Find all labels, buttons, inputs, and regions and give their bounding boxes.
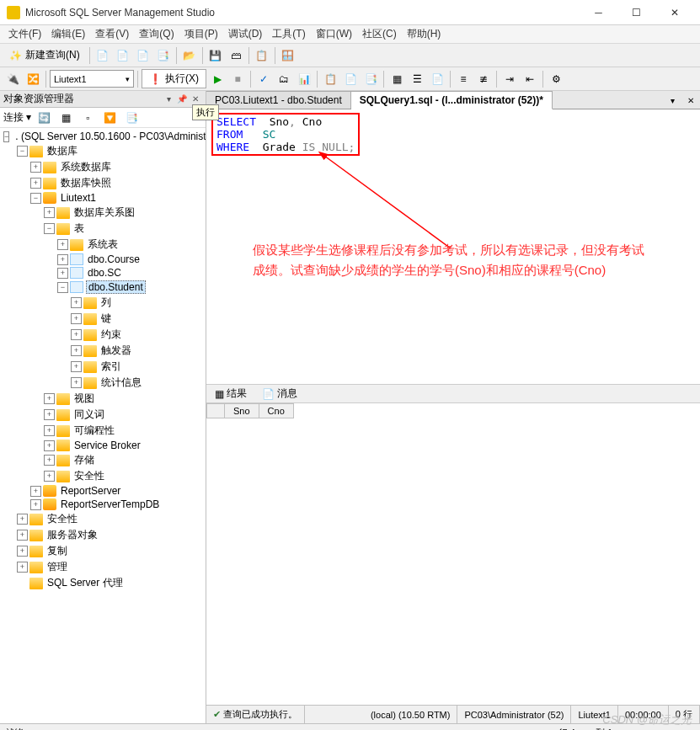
close-button[interactable]: ✕: [655, 1, 693, 24]
menu-community[interactable]: 社区(C): [357, 25, 402, 43]
expand-icon[interactable]: +: [71, 313, 82, 324]
db-snapshot-node[interactable]: 数据库快照: [59, 176, 113, 190]
constraints-node[interactable]: 约束: [99, 328, 123, 342]
tb-sql-2[interactable]: 📊: [295, 70, 313, 88]
tb-btn-10[interactable]: 🪟: [279, 46, 297, 65]
col-header-cno[interactable]: Cno: [259, 404, 293, 418]
triggers-node[interactable]: 触发器: [99, 344, 133, 358]
security-node[interactable]: 安全性: [72, 469, 106, 483]
tb-btn-1[interactable]: 📄: [94, 46, 112, 65]
tb-btn-9[interactable]: 📋: [253, 46, 271, 65]
menu-project[interactable]: 项目(P): [179, 25, 223, 43]
expand-icon[interactable]: +: [17, 546, 28, 557]
indent-button[interactable]: ⇥: [500, 70, 519, 88]
messages-tab[interactable]: 📄消息: [257, 385, 302, 402]
sql-editor[interactable]: SELECT Sno, Cno FROM SC WHERE Grade IS N…: [206, 109, 700, 385]
expand-icon[interactable]: +: [57, 254, 68, 265]
tab-student[interactable]: PC03.Liutext1 - dbo.Student: [206, 91, 351, 109]
columns-node[interactable]: 列: [99, 296, 113, 310]
management-node[interactable]: 管理: [45, 560, 69, 574]
expand-icon[interactable]: +: [71, 329, 82, 340]
tab-close-icon[interactable]: ✕: [681, 91, 700, 109]
expand-icon[interactable]: +: [71, 361, 82, 372]
synonyms-node[interactable]: 同义词: [72, 408, 106, 422]
tb-sql-3[interactable]: 📋: [321, 70, 339, 88]
expand-icon[interactable]: +: [44, 409, 55, 420]
expand-icon[interactable]: +: [71, 297, 82, 308]
top-security-node[interactable]: 安全性: [45, 512, 79, 526]
menu-view[interactable]: 查看(V): [90, 25, 134, 43]
expand-icon[interactable]: +: [30, 178, 41, 189]
results-text-button[interactable]: ☰: [408, 70, 426, 88]
tables-node[interactable]: 表: [72, 221, 86, 236]
tb-sql-4[interactable]: 📄: [341, 70, 360, 88]
expand-icon[interactable]: +: [44, 440, 55, 451]
programmability-node[interactable]: 可编程性: [72, 424, 116, 438]
expand-icon[interactable]: +: [44, 207, 55, 218]
expand-icon[interactable]: +: [57, 239, 68, 250]
server-node[interactable]: . (SQL Server 10.50.1600 - PC03\Administ…: [13, 131, 206, 142]
report-server-temp-node[interactable]: ReportServerTempDB: [59, 498, 161, 510]
menu-query[interactable]: 查询(Q): [134, 25, 179, 43]
expand-icon[interactable]: +: [57, 268, 68, 279]
tb-btn-3[interactable]: 📄: [134, 46, 152, 65]
comment-button[interactable]: ≡: [454, 70, 473, 88]
maximize-button[interactable]: ☐: [617, 1, 655, 24]
filter2-icon[interactable]: 🔽: [100, 109, 119, 127]
col-header-sno[interactable]: Sno: [225, 404, 259, 418]
stop-conn-icon[interactable]: ▫: [78, 109, 97, 127]
prop-icon[interactable]: 📑: [122, 109, 141, 127]
diagrams-node[interactable]: 数据库关系图: [72, 205, 136, 220]
outdent-button[interactable]: ⇤: [521, 70, 539, 88]
expand-icon[interactable]: +: [30, 499, 41, 510]
views-node[interactable]: 视图: [72, 392, 96, 406]
collapse-icon[interactable]: −: [30, 193, 41, 204]
expand-icon[interactable]: +: [44, 471, 55, 482]
menu-window[interactable]: 窗口(W): [311, 25, 357, 43]
tb-btn-4[interactable]: 📑: [154, 46, 173, 65]
database-combo[interactable]: Liutext1 ▾: [50, 70, 134, 88]
filter-icon[interactable]: ▦: [56, 109, 75, 127]
expand-icon[interactable]: +: [44, 455, 55, 466]
results-tab[interactable]: ▦结果: [210, 385, 252, 402]
new-query-button[interactable]: ✨ 新建查询(N): [3, 45, 86, 65]
pin-icon[interactable]: 📌: [175, 93, 189, 106]
databases-node[interactable]: 数据库: [45, 144, 79, 158]
report-server-node[interactable]: ReportServer: [59, 485, 122, 497]
expand-icon[interactable]: +: [17, 530, 28, 541]
minimize-button[interactable]: ─: [580, 1, 617, 24]
menu-debug[interactable]: 调试(D): [223, 25, 268, 43]
system-tables-node[interactable]: 系统表: [86, 237, 120, 252]
save-button[interactable]: 💾: [206, 46, 225, 65]
tab-sqlquery[interactable]: SQLQuery1.sql - (l...dministrator (52))*: [351, 91, 553, 109]
table-student-node[interactable]: dbo.Student: [86, 280, 146, 294]
expand-icon[interactable]: +: [17, 514, 28, 525]
uncomment-button[interactable]: ≢: [474, 70, 493, 88]
expand-icon[interactable]: +: [71, 377, 82, 388]
debug-button[interactable]: ▶: [208, 70, 227, 88]
refresh-icon[interactable]: 🔄: [35, 109, 53, 127]
tab-dropdown-icon[interactable]: ▾: [663, 91, 681, 109]
save-all-button[interactable]: 🗃: [227, 46, 245, 65]
service-broker-node[interactable]: Service Broker: [72, 440, 142, 451]
results-grid[interactable]: Sno Cno: [206, 403, 700, 705]
dropdown-icon[interactable]: ▾: [162, 93, 175, 106]
replication-node[interactable]: 复制: [45, 544, 69, 558]
stats-node[interactable]: 统计信息: [99, 376, 143, 390]
tb-sql-5[interactable]: 📑: [361, 70, 380, 88]
open-button[interactable]: 📂: [180, 46, 199, 65]
menu-help[interactable]: 帮助(H): [402, 25, 446, 43]
connect-icon[interactable]: 🔌: [3, 70, 22, 88]
menu-edit[interactable]: 编辑(E): [46, 25, 90, 43]
collapse-icon[interactable]: −: [44, 223, 55, 234]
menu-file[interactable]: 文件(F): [3, 25, 46, 43]
collapse-icon[interactable]: −: [3, 131, 9, 142]
execute-button[interactable]: ❗ 执行(X): [142, 69, 206, 88]
user-db-node[interactable]: Liutext1: [59, 192, 98, 204]
tb-sql-1[interactable]: 🗂: [275, 70, 293, 88]
connect-label[interactable]: 连接 ▾: [3, 110, 31, 125]
results-grid-button[interactable]: ▦: [387, 70, 406, 88]
stop-button[interactable]: ■: [228, 70, 247, 88]
expand-icon[interactable]: +: [30, 162, 41, 173]
results-file-button[interactable]: 📄: [428, 70, 446, 88]
